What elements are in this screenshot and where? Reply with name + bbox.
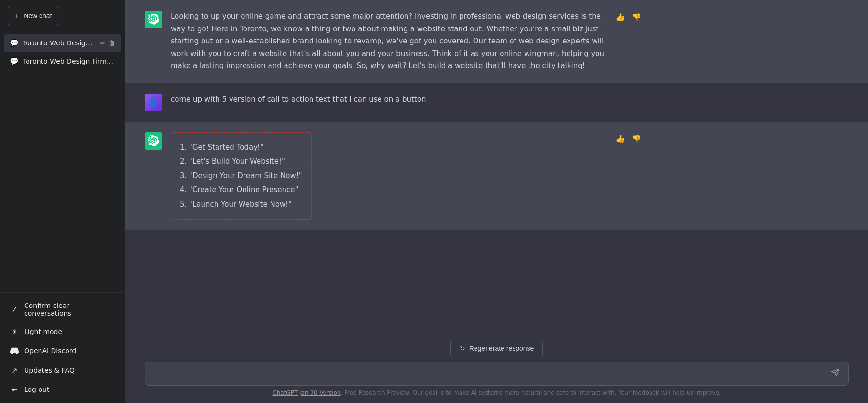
sidebar-item-logout[interactable]: ⇤ Log out (4, 380, 121, 399)
footer-link[interactable]: ChatGPT Jan 30 Version (272, 389, 340, 396)
send-button[interactable] (829, 367, 841, 380)
discord-icon (10, 346, 19, 356)
checkmark-icon: ✓ (10, 305, 19, 314)
chat-item-label: Toronto Web Design SI (23, 39, 96, 47)
thumbs-down-button-1[interactable]: 👎 (630, 12, 643, 23)
chat-icon: 💬 (10, 39, 19, 47)
thumbs-up-button-1[interactable]: 👍 (613, 12, 627, 23)
regenerate-row: ↻ Regenerate response (145, 340, 849, 357)
sidebar-item-light-mode[interactable]: ☀ Light mode (4, 322, 121, 341)
regenerate-button[interactable]: ↻ Regenerate response (450, 340, 543, 357)
external-link-icon: ↗ (10, 365, 19, 375)
new-chat-button[interactable]: + New chat (8, 6, 59, 26)
assistant-message-1-content: Looking to up your online game and attra… (171, 11, 605, 72)
footer-description: . Free Research Preview. Our goal is to … (341, 389, 721, 396)
message-row-assistant-1: Looking to up your online game and attra… (125, 0, 868, 83)
send-icon (831, 368, 840, 377)
sidebar: + New chat 💬 Toronto Web Design SI ✏ 🗑 💬… (0, 0, 125, 403)
cta-item-1: 1. "Get Started Today!" (180, 141, 302, 154)
logout-icon: ⇤ (10, 385, 19, 394)
chat-input-row (145, 362, 849, 386)
sidebar-item-updates[interactable]: ↗ Updates & FAQ (4, 361, 121, 380)
footer-text: ChatGPT Jan 30 Version. Free Research Pr… (145, 389, 849, 400)
user-message-2-content: come up with 5 version of call to action… (171, 94, 605, 106)
sidebar-item-discord[interactable]: OpenAI Discord (4, 341, 121, 361)
cta-item-5: 5. "Launch Your Website Now!" (180, 198, 302, 211)
main-content: Looking to up your online game and attra… (125, 0, 868, 403)
assistant-message-3-content: 1. "Get Started Today!" 2. "Let's Build … (171, 132, 605, 220)
message-row-user-2: 👤 come up with 5 version of call to acti… (125, 83, 868, 122)
bottom-area: ↻ Regenerate response ChatGPT Jan 30 Ver… (125, 334, 868, 403)
edit-icon[interactable]: ✏ (100, 39, 106, 47)
user-avatar: 👤 (145, 94, 162, 111)
sidebar-item-clear[interactable]: ✓ Confirm clear conversations (4, 297, 121, 322)
new-chat-label: New chat (24, 12, 52, 20)
message-3-actions: 👍 👎 (613, 133, 643, 144)
cta-item-4: 4. "Create Your Online Presence" (180, 184, 302, 196)
chat-item-actions: ✏ 🗑 (100, 39, 115, 47)
message-1-actions: 👍 👎 (613, 12, 643, 23)
chat-list: 💬 Toronto Web Design SI ✏ 🗑 💬 Toronto We… (0, 32, 125, 292)
cta-list-box: 1. "Get Started Today!" 2. "Let's Build … (171, 132, 312, 220)
sidebar-item-chat1[interactable]: 💬 Toronto Web Design SI ✏ 🗑 (4, 34, 121, 52)
gpt-avatar (145, 11, 162, 28)
sidebar-bottom-label: OpenAI Discord (24, 347, 76, 355)
message-row-assistant-3: 1. "Get Started Today!" 2. "Let's Build … (125, 122, 868, 231)
sidebar-bottom-label: Log out (24, 386, 49, 393)
cta-item-2: 2. "Let's Build Your Website!" (180, 155, 302, 168)
sidebar-item-chat2[interactable]: 💬 Toronto Web Design Firm CTA (4, 52, 121, 70)
thumbs-up-button-3[interactable]: 👍 (613, 133, 627, 144)
assistant-message-1-text: Looking to up your online game and attra… (171, 12, 604, 70)
delete-icon[interactable]: 🗑 (108, 39, 115, 47)
cta-list: 1. "Get Started Today!" 2. "Let's Build … (180, 141, 302, 211)
sun-icon: ☀ (10, 327, 19, 336)
chat-icon: 💬 (10, 57, 19, 66)
sidebar-bottom-label: Light mode (24, 328, 62, 335)
sidebar-bottom-label: Confirm clear conversations (24, 302, 115, 317)
regenerate-icon: ↻ (460, 345, 465, 352)
regenerate-label: Regenerate response (469, 345, 534, 352)
user-message-2-text: come up with 5 version of call to action… (171, 95, 426, 104)
sidebar-bottom-label: Updates & FAQ (24, 366, 75, 374)
thumbs-down-button-3[interactable]: 👎 (630, 133, 643, 144)
plus-icon: + (15, 12, 19, 20)
cta-item-3: 3. "Design Your Dream Site Now!" (180, 170, 302, 182)
chat-item-label: Toronto Web Design Firm CTA (23, 57, 115, 65)
gpt-avatar-2 (145, 132, 162, 150)
chat-area: Looking to up your online game and attra… (125, 0, 868, 334)
chat-input[interactable] (152, 368, 824, 380)
sidebar-bottom: ✓ Confirm clear conversations ☀ Light mo… (0, 292, 125, 403)
